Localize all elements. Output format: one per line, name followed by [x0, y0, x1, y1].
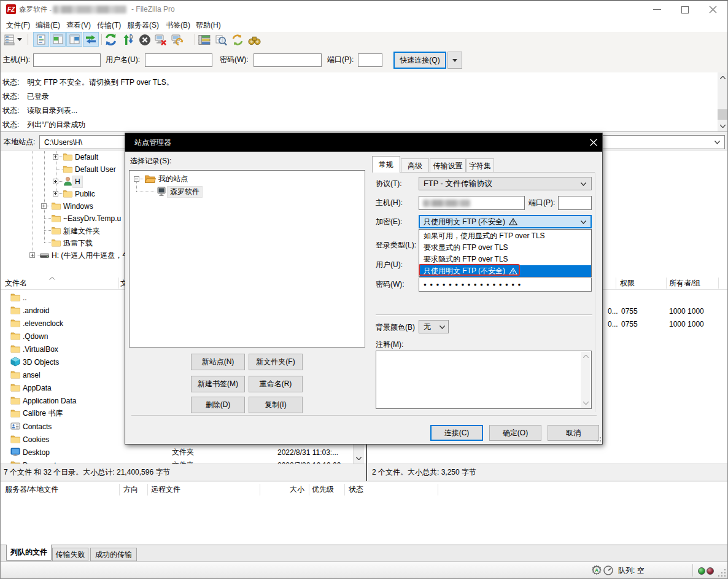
column-divider[interactable] [666, 278, 667, 289]
quickconnect-dropdown-button[interactable] [447, 52, 462, 69]
queue-header-remote-file[interactable]: 远程文件 [151, 482, 180, 497]
qc-password-input[interactable] [254, 53, 322, 67]
menu-edit[interactable]: 编辑(E) [36, 18, 60, 32]
dropdown-option-explicit-if-available[interactable]: 如果可用，使用显式的 FTP over TLS [420, 230, 591, 242]
dialog-password-input[interactable]: ●●●●●●●●●●●●●●●● [419, 278, 592, 292]
dialog-host-input[interactable] [419, 196, 525, 210]
menu-transfer[interactable]: 传输(T) [97, 18, 121, 32]
tab-transfer-settings[interactable]: 传输设置 [430, 158, 466, 173]
tab-charset[interactable]: 字符集 [466, 158, 494, 173]
expand-icon[interactable] [41, 203, 47, 209]
column-header-owner[interactable]: 所有者/组 [669, 276, 700, 290]
textarea-scrollbar[interactable] [581, 352, 591, 408]
comments-label: 注释(M): [376, 340, 403, 349]
column-divider[interactable] [718, 278, 719, 289]
site-manager-icon[interactable] [3, 33, 16, 46]
quickconnect-button[interactable]: 快速连接(Q) [393, 52, 446, 69]
disconnect-icon[interactable] [154, 33, 167, 46]
column-header-filename[interactable]: 文件名 [5, 276, 27, 290]
cancel-button[interactable]: 取消 [548, 425, 599, 441]
dropdown-option-require-explicit[interactable]: 要求显式的 FTP over TLS [420, 242, 591, 254]
tab-queued-files[interactable]: 列队的文件 [6, 545, 52, 561]
queue-header-direction[interactable]: 方向 [123, 482, 138, 497]
dialog-port-input[interactable] [558, 196, 592, 210]
menu-bookmarks[interactable]: 书签(B) [166, 18, 190, 32]
column-divider[interactable] [309, 484, 309, 495]
reconnect-icon[interactable] [171, 33, 184, 46]
maximize-icon[interactable] [681, 6, 689, 14]
scrollbar-thumb[interactable] [718, 109, 728, 120]
protocol-combo[interactable]: FTP - 文件传输协议 [419, 177, 592, 190]
refresh-icon[interactable] [104, 33, 117, 46]
comments-textarea[interactable] [376, 351, 592, 409]
menu-help[interactable]: 帮助(H) [196, 18, 221, 32]
menu-server[interactable]: 服务器(S) [127, 18, 159, 32]
expand-icon[interactable] [53, 191, 58, 196]
tab-advanced[interactable]: 高级 [401, 158, 429, 173]
column-divider[interactable] [260, 484, 260, 495]
queue-header-server-local[interactable]: 服务器/本地文件 [5, 482, 58, 497]
scroll-down-icon[interactable] [718, 121, 728, 131]
process-queue-icon[interactable] [122, 33, 134, 46]
queue-settings-gear-icon[interactable]: A [591, 565, 602, 578]
tab-successful-transfers[interactable]: 成功的传输 [90, 548, 137, 561]
toggle-message-log-button[interactable] [33, 32, 49, 47]
dialog-close-icon[interactable] [590, 139, 597, 146]
scroll-up-icon[interactable] [718, 72, 728, 83]
expand-icon[interactable] [53, 154, 58, 160]
connect-button[interactable]: 连接(C) [430, 425, 483, 441]
rename-button[interactable]: 重命名(R) [249, 376, 303, 392]
queue-header-status[interactable]: 状态 [349, 482, 363, 497]
file-row[interactable]: Desktop 文件夹 2022/8/31 11:03:... [0, 446, 366, 459]
column-divider[interactable] [118, 278, 119, 289]
dialog-resize-grip[interactable] [595, 435, 602, 443]
qc-port-input[interactable] [358, 53, 382, 67]
tab-failed-transfers[interactable]: 传输失败 [52, 548, 88, 561]
synchronized-browsing-icon[interactable] [231, 33, 244, 46]
toggle-local-tree-button[interactable] [50, 32, 66, 47]
dialog-tree-site[interactable]: 森罗软件 [130, 187, 365, 197]
directory-comparison-icon[interactable] [214, 33, 227, 46]
column-divider[interactable] [119, 484, 120, 495]
column-header-permissions[interactable]: 权限 [620, 276, 635, 290]
scroll-down-icon[interactable] [354, 453, 363, 463]
filter-icon[interactable] [198, 33, 211, 46]
password-dots: ●●●●●●●●●●●●●●●● [424, 278, 524, 291]
speed-limits-icon[interactable] [603, 565, 613, 577]
tab-general[interactable]: 常规 [372, 156, 400, 173]
new-site-button[interactable]: 新站点(N) [191, 354, 245, 370]
dialog-tree-my-sites[interactable]: 我的站点 [130, 174, 365, 184]
column-divider[interactable] [344, 484, 345, 495]
log-scrollbar[interactable] [718, 72, 728, 131]
column-divider[interactable] [616, 278, 616, 289]
encryption-combo[interactable]: 只使用明文 FTP (不安全) [419, 215, 592, 228]
close-icon[interactable] [709, 6, 717, 14]
menu-view[interactable]: 查看(V) [66, 18, 91, 32]
toggle-remote-tree-button[interactable] [66, 32, 82, 47]
site-manager-dropdown-icon[interactable] [17, 38, 22, 42]
new-folder-button[interactable]: 新文件夹(F) [249, 354, 303, 370]
file-row[interactable]: Documents 文件夹 2022/7/26 16:10:00 [0, 459, 366, 464]
delete-button[interactable]: 删除(D) [191, 397, 245, 413]
toggle-transfer-queue-button[interactable] [83, 32, 99, 47]
column-divider[interactable] [147, 484, 148, 495]
queue-header-priority[interactable]: 优先级 [312, 482, 334, 497]
transfer-queue-panel: 服务器/本地文件 方向 远程文件 大小 优先级 状态 [0, 481, 728, 545]
chevron-down-icon[interactable] [714, 141, 720, 144]
column-divider[interactable] [438, 484, 438, 495]
ok-button[interactable]: 确定(O) [489, 425, 541, 441]
expand-icon[interactable] [53, 179, 58, 184]
bgcolor-combo[interactable]: 无 [419, 320, 449, 333]
resize-grip[interactable] [717, 568, 727, 578]
new-bookmark-button[interactable]: 新建书签(M) [191, 376, 245, 392]
find-files-icon[interactable] [248, 33, 261, 46]
expand-icon[interactable] [29, 252, 35, 258]
menu-file[interactable]: 文件(F) [6, 18, 30, 32]
qc-username-input[interactable] [145, 53, 212, 67]
queue-header-size[interactable]: 大小 [264, 482, 304, 497]
cancel-icon[interactable] [138, 33, 151, 46]
minimize-icon[interactable] [653, 9, 661, 10]
duplicate-button[interactable]: 复制(I) [249, 397, 303, 413]
toolbar-separator [195, 34, 195, 45]
qc-host-input[interactable] [33, 53, 101, 67]
